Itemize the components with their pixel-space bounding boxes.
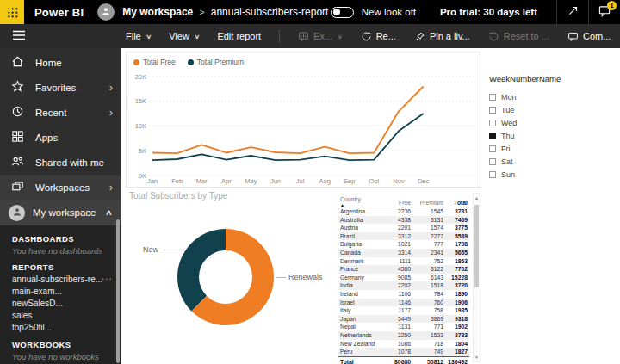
cell-premium: 771 [412,323,445,331]
table-row[interactable]: Bulgaria10217771798 [338,240,469,249]
workspace-avatar[interactable] [97,3,115,21]
sidebar-item-favorites[interactable]: Favorites› [0,75,121,100]
hamburger-menu-icon[interactable] [12,28,26,44]
donut-chart[interactable] [177,229,274,325]
explore-button: Ex...∨ [298,31,343,42]
column-header-total[interactable]: Total [445,200,469,207]
report-list-item[interactable]: main-exam... [0,286,121,298]
checkbox-icon[interactable] [489,120,496,126]
sidebar-item-recent-label: Recent [35,108,66,118]
line-chart: 0K5K10K15K20KJanFebMarAprMayJunJulAugSep… [127,68,480,187]
cell-premium: 3131 [412,216,445,225]
cell-free: 3312 [388,232,412,241]
legend-label: Total Premium [197,58,244,66]
slicer-option-tue[interactable]: Tue [489,103,610,116]
sidebar-section-title: DASHBOARDS [0,233,121,245]
table-row[interactable]: Denmark11117521863 [338,257,469,266]
sidebar-section-title: WORKBOOKS [0,339,121,351]
new-look-toggle[interactable] [331,7,354,18]
table-row[interactable]: Japan544938699318 [338,315,469,324]
column-header-premium[interactable]: Premium [412,200,445,207]
table-row[interactable]: Nepal11317711902 [338,323,469,331]
slicer-option-fri[interactable]: Fri [489,142,610,155]
sidebar-item-home[interactable]: Home [0,50,121,75]
comment-icon [567,31,579,42]
checkbox-icon[interactable] [489,133,496,139]
slicer-options: MonTueWedThuFriSatSun [489,90,610,181]
slicer-option-label: Wed [501,119,517,127]
cell-country: Israel [338,299,388,307]
slicer-option-sat[interactable]: Sat [489,155,610,168]
scroll-up-arrow-icon[interactable]: ▲ [474,195,480,201]
table-row[interactable]: Argentina223615453781 [338,207,469,216]
table-row[interactable]: Peru10787491827 [338,348,469,356]
cell-premium: 760 [412,299,445,307]
chevron-down-icon: ∨ [337,33,343,40]
column-header-free[interactable]: Free [388,200,412,207]
scroll-down-arrow-icon[interactable]: ▼ [474,355,480,360]
table-row[interactable]: Brazil331222775589 [338,232,469,241]
country-table[interactable]: Country▲FreePremiumTotalArgentina2236154… [338,193,469,364]
report-list-item[interactable]: annual-subscribers-re...... [0,274,121,286]
more-options-icon[interactable]: ... [102,271,113,283]
cell-total: 9318 [445,315,469,324]
table-row[interactable]: France458031227702 [338,265,469,274]
checkbox-icon[interactable] [489,171,496,178]
sidebar-item-shared-with-me[interactable]: Shared with me [0,150,121,175]
table-row[interactable]: Germany9085614315228 [338,274,469,282]
line-chart-visual[interactable]: Total FreeTotal Premium 0K5K10K15K20KJan… [126,52,480,188]
table-row[interactable]: New Zealand10867181804 [338,340,469,349]
cell-country: Bulgaria [338,240,388,249]
column-header-country[interactable]: Country▲ [338,196,388,207]
edit-report-button-label: Edit report [217,31,261,41]
report-list-item[interactable]: newSalesD... [0,298,121,310]
cell-free: 2236 [388,207,412,216]
table-row[interactable]: Austria220115743775 [338,224,469,232]
report-list-item[interactable]: sales [0,310,121,322]
pin-live-page-button[interactable]: Pin a liv... [414,31,470,42]
refresh-button[interactable]: Re... [361,31,396,42]
slicer-option-mon[interactable]: Mon [489,90,610,103]
table-scrollbar-thumb[interactable] [474,205,479,287]
sidebar-item-workspaces[interactable]: Workspaces› [0,175,121,200]
cell-premium: 3122 [412,265,445,274]
checkbox-icon[interactable] [489,94,496,101]
table-row[interactable]: Canada331423415655 [338,249,469,257]
cell-country: Denmark [338,257,388,266]
sidebar-scrollbar[interactable] [116,219,120,363]
table-row[interactable]: Netherlands225015333783 [338,331,469,340]
report-list-item[interactable]: top250fil... [0,322,121,334]
view-menu[interactable]: View∨ [169,31,199,41]
notifications-icon[interactable]: 1 [589,0,620,24]
cell-free: 2250 [388,331,412,340]
table-row[interactable]: India220215183720 [338,281,469,290]
slicer-option-label: Tue [501,106,514,114]
fullscreen-expand-icon[interactable] [557,0,588,24]
sidebar-item-recent[interactable]: Recent› [0,100,121,125]
comments-button[interactable]: Com... [567,31,611,42]
app-launcher-waffle-icon[interactable] [0,0,24,24]
breadcrumb-report-name[interactable]: annual-subscribers-report [211,6,329,18]
checkbox-icon[interactable] [489,158,496,165]
my-workspace-expanded-panel: DASHBOARDSYou have no dashboardsREPORTSa… [0,225,121,364]
sidebar-item-apps[interactable]: Apps [0,125,121,150]
table-row[interactable]: Ireland11067841890 [338,290,469,299]
explore-button-label: Ex... [313,31,332,41]
breadcrumb-workspace[interactable]: My workspace [122,6,193,18]
sidebar-item-my-workspace[interactable]: My workspace ∧ [0,200,121,225]
checkbox-icon[interactable] [489,145,496,152]
sidebar-item-home-label: Home [35,58,62,68]
legend-dot [133,59,140,65]
table-row[interactable]: Australia433831317469 [338,216,469,225]
slicer-option-sun[interactable]: Sun [489,168,610,181]
sidebar-item-apps-label: Apps [35,133,58,143]
table-row[interactable]: Israel11467601906 [338,299,469,307]
file-menu[interactable]: File∨ [126,31,151,41]
edit-report-button[interactable]: Edit report [217,31,261,41]
checkbox-icon[interactable] [489,107,496,114]
slicer-option-thu[interactable]: Thu [489,129,610,142]
table-scrollbar[interactable]: ▲ ▼ [473,193,480,362]
table-row[interactable]: Italy11777581935 [338,306,469,315]
slicer-option-wed[interactable]: Wed [489,116,610,129]
cell-premium: 1545 [412,207,445,216]
